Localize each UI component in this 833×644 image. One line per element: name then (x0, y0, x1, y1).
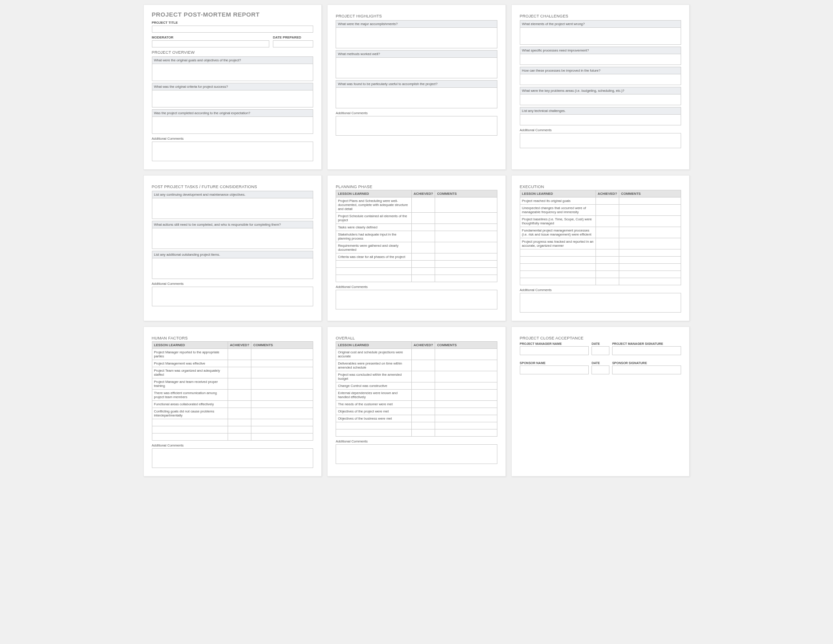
comments-box[interactable] (520, 133, 682, 148)
comments-cell[interactable] (619, 227, 681, 238)
comments-cell[interactable] (251, 401, 313, 408)
project-title-input[interactable] (152, 26, 314, 33)
achieved-cell[interactable] (228, 408, 251, 419)
achieved-cell[interactable] (596, 257, 619, 264)
q-body[interactable] (336, 58, 497, 78)
comments-cell[interactable] (619, 264, 681, 271)
achieved-cell[interactable] (596, 227, 619, 238)
achieved-cell[interactable] (596, 264, 619, 271)
achieved-cell[interactable] (412, 268, 435, 275)
moderator-input[interactable] (152, 40, 270, 47)
achieved-cell[interactable] (412, 360, 435, 371)
pm-date-input[interactable] (591, 346, 609, 355)
q-body[interactable] (520, 28, 682, 45)
comments-cell[interactable] (619, 249, 681, 257)
comments-cell[interactable] (435, 360, 497, 371)
comments-cell[interactable] (251, 378, 313, 390)
achieved-cell[interactable] (228, 360, 251, 367)
q-body[interactable] (152, 228, 314, 249)
comments-cell[interactable] (619, 271, 681, 278)
comments-cell[interactable] (251, 426, 313, 434)
q-body[interactable] (520, 74, 682, 85)
achieved-cell[interactable] (228, 434, 251, 441)
pm-sig-input[interactable] (612, 346, 681, 355)
achieved-cell[interactable] (412, 224, 435, 231)
q-body[interactable] (152, 64, 314, 81)
comments-cell[interactable] (619, 238, 681, 249)
comments-box[interactable] (520, 293, 682, 313)
comments-cell[interactable] (619, 278, 681, 285)
sponsor-date-input[interactable] (591, 365, 609, 374)
comments-cell[interactable] (435, 349, 497, 360)
q-body[interactable] (152, 198, 314, 219)
comments-cell[interactable] (435, 371, 497, 382)
date-prepared-input[interactable] (273, 40, 313, 47)
achieved-cell[interactable] (412, 422, 435, 429)
sponsor-sig-input[interactable] (612, 365, 681, 374)
comments-cell[interactable] (619, 257, 681, 264)
pm-name-input[interactable] (520, 346, 589, 355)
achieved-cell[interactable] (228, 401, 251, 408)
achieved-cell[interactable] (412, 415, 435, 422)
comments-cell[interactable] (251, 349, 313, 360)
comments-cell[interactable] (435, 275, 497, 282)
achieved-cell[interactable] (596, 278, 619, 285)
comments-cell[interactable] (435, 390, 497, 401)
comments-box[interactable] (152, 142, 314, 161)
achieved-cell[interactable] (228, 390, 251, 401)
achieved-cell[interactable] (412, 275, 435, 282)
achieved-cell[interactable] (596, 249, 619, 257)
q-body[interactable] (520, 115, 682, 125)
comments-cell[interactable] (435, 197, 497, 213)
comments-box[interactable] (336, 444, 497, 464)
achieved-cell[interactable] (412, 253, 435, 261)
achieved-cell[interactable] (412, 429, 435, 437)
achieved-cell[interactable] (412, 261, 435, 268)
comments-cell[interactable] (435, 213, 497, 224)
comments-cell[interactable] (435, 415, 497, 422)
q-body[interactable] (520, 54, 682, 65)
achieved-cell[interactable] (596, 238, 619, 249)
q-body[interactable] (520, 94, 682, 105)
achieved-cell[interactable] (412, 242, 435, 253)
achieved-cell[interactable] (596, 271, 619, 278)
achieved-cell[interactable] (228, 426, 251, 434)
q-body[interactable] (152, 117, 314, 134)
achieved-cell[interactable] (412, 382, 435, 390)
achieved-cell[interactable] (412, 408, 435, 415)
achieved-cell[interactable] (228, 367, 251, 378)
achieved-cell[interactable] (596, 197, 619, 205)
comments-cell[interactable] (435, 401, 497, 408)
achieved-cell[interactable] (412, 197, 435, 213)
comments-cell[interactable] (435, 408, 497, 415)
comments-cell[interactable] (251, 434, 313, 441)
comments-cell[interactable] (251, 360, 313, 367)
achieved-cell[interactable] (412, 390, 435, 401)
q-body[interactable] (152, 90, 314, 107)
comments-cell[interactable] (435, 429, 497, 437)
comments-cell[interactable] (435, 231, 497, 242)
comments-cell[interactable] (435, 261, 497, 268)
comments-box[interactable] (336, 290, 497, 309)
comments-cell[interactable] (435, 242, 497, 253)
achieved-cell[interactable] (412, 349, 435, 360)
comments-box[interactable] (152, 448, 314, 468)
comments-box[interactable] (336, 116, 497, 136)
comments-cell[interactable] (251, 390, 313, 401)
achieved-cell[interactable] (412, 213, 435, 224)
comments-cell[interactable] (435, 268, 497, 275)
q-body[interactable] (152, 258, 314, 279)
achieved-cell[interactable] (596, 205, 619, 216)
comments-cell[interactable] (435, 422, 497, 429)
comments-box[interactable] (152, 287, 314, 306)
achieved-cell[interactable] (228, 419, 251, 426)
comments-cell[interactable] (251, 408, 313, 419)
comments-cell[interactable] (251, 367, 313, 378)
achieved-cell[interactable] (412, 371, 435, 382)
achieved-cell[interactable] (596, 216, 619, 227)
q-body[interactable] (336, 28, 497, 48)
comments-cell[interactable] (619, 205, 681, 216)
comments-cell[interactable] (435, 224, 497, 231)
comments-cell[interactable] (619, 197, 681, 205)
achieved-cell[interactable] (228, 349, 251, 360)
